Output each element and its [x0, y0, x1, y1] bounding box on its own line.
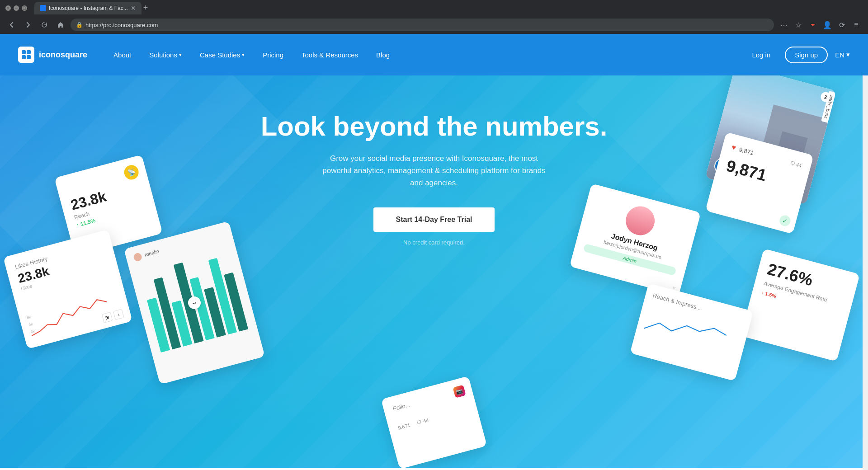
nav-right-icons: ⋯ ☆ 👤 ⟳ ≡ [778, 19, 863, 31]
followers-card: Follo... 📷 9,871 🗨 44 [381, 376, 487, 468]
download-icon[interactable]: ↓ [113, 309, 124, 320]
followers-stats: 9,871 🗨 44 [397, 407, 469, 431]
expand-icon[interactable]: ⊞ [102, 312, 113, 323]
nav-bar: 🔒 https://pro.iconosquare.com ⋯ ☆ 👤 ⟳ ≡ [0, 16, 868, 34]
solutions-chevron: ▾ [179, 52, 182, 58]
hero-title: Look beyond the numbers. [261, 112, 608, 141]
reload-button[interactable] [38, 19, 51, 31]
address-bar[interactable]: 🔒 https://pro.iconosquare.com [71, 19, 774, 31]
tab-favicon [40, 5, 46, 11]
close-button[interactable] [5, 5, 11, 11]
lang-chevron: ▾ [846, 51, 850, 59]
followers-label: Follo... [392, 387, 463, 412]
nav-pricing[interactable]: Pricing [255, 47, 292, 62]
account-button[interactable]: 👤 [821, 19, 834, 31]
bookmark-button[interactable]: ☆ [792, 19, 805, 31]
nav-blog[interactable]: Blog [368, 47, 398, 62]
logo-text: iconosquare [39, 50, 87, 60]
svg-rect-7 [27, 55, 31, 59]
svg-rect-4 [22, 50, 26, 54]
website-content: iconosquare About Solutions ▾ Case Studi… [0, 34, 868, 468]
sync-button[interactable]: ⟳ [835, 19, 848, 31]
security-icon: 🔒 [76, 22, 83, 28]
nav-tools-resources[interactable]: Tools & Resources [293, 47, 366, 62]
new-tab-button[interactable]: + [143, 3, 148, 13]
site-header: iconosquare About Solutions ▾ Case Studi… [0, 34, 868, 75]
maximize-button[interactable] [22, 5, 27, 11]
no-cc-text: No credit card required. [403, 239, 465, 246]
nav-about[interactable]: About [105, 47, 139, 62]
tab-close-icon[interactable]: ✕ [131, 5, 136, 12]
pocket-button[interactable] [807, 19, 819, 31]
tab-title: Iconosquare - Instagram & Fac... [49, 5, 128, 11]
logo-icon [18, 47, 34, 63]
instagram-icon: 📷 [453, 385, 466, 398]
browser-tabs: Iconosquare - Instagram & Fac... ✕ + [34, 2, 863, 14]
svg-text:8k: 8k [26, 315, 32, 320]
header-right: Log in Sign up EN ▾ [745, 47, 850, 63]
nav-solutions[interactable]: Solutions ▾ [141, 47, 190, 62]
window-controls [5, 5, 27, 11]
main-nav: About Solutions ▾ Case Studies ▾ Pricing… [105, 47, 745, 62]
svg-text:6k: 6k [28, 322, 33, 327]
comments-icon: 🗨 44 [416, 417, 429, 425]
language-selector[interactable]: EN ▾ [835, 51, 850, 59]
active-tab[interactable]: Iconosquare - Instagram & Fac... ✕ [34, 2, 142, 14]
browser-chrome: Iconosquare - Instagram & Fac... ✕ + [0, 0, 868, 16]
reach-impressions-card: Reach & Impress... [630, 283, 753, 381]
menu-button[interactable]: ≡ [850, 19, 863, 31]
svg-text:4k: 4k [30, 329, 35, 334]
svg-rect-3 [23, 7, 26, 9]
hero-subtitle: Grow your social media presence with Ico… [321, 152, 547, 189]
url-text: https://pro.iconosquare.com [85, 22, 158, 28]
case-studies-chevron: ▾ [242, 52, 245, 58]
back-button[interactable] [5, 19, 18, 31]
minimize-button[interactable] [14, 5, 19, 11]
home-button[interactable] [54, 19, 67, 31]
cta-button[interactable]: Start 14-Day Free Trial [373, 207, 495, 232]
logo-area[interactable]: iconosquare [18, 47, 87, 63]
nav-case-studies[interactable]: Case Studies ▾ [192, 47, 253, 62]
forward-button[interactable] [22, 19, 34, 31]
hero-section: Look beyond the numbers. Grow your socia… [0, 75, 868, 273]
login-button[interactable]: Log in [745, 47, 778, 62]
svg-rect-6 [22, 55, 26, 59]
followers-count: 9,871 [397, 422, 411, 431]
extensions-button[interactable]: ⋯ [778, 19, 790, 31]
signup-button[interactable]: Sign up [785, 47, 828, 63]
svg-rect-5 [27, 50, 31, 54]
